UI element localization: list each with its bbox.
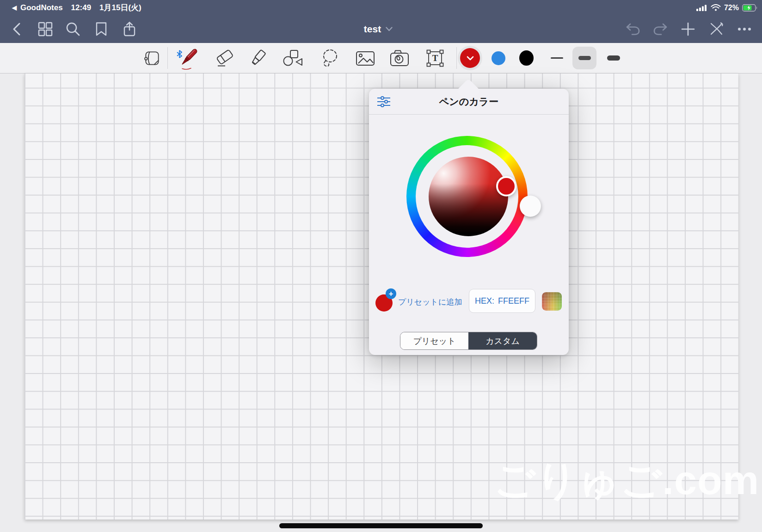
document-title-text: test bbox=[364, 24, 381, 35]
more-button[interactable] bbox=[734, 15, 755, 43]
stroke-medium-selected[interactable] bbox=[572, 43, 596, 73]
status-bar: ◀GoodNotes 12:49 1月15日(火) 72% bbox=[0, 0, 762, 15]
redo-button[interactable] bbox=[650, 15, 670, 43]
popover-title: ペンのカラー bbox=[439, 95, 498, 108]
undo-icon bbox=[626, 23, 640, 36]
battery-percent: 72% bbox=[724, 4, 739, 12]
lasso-icon bbox=[319, 48, 340, 68]
toolbar-divider bbox=[456, 47, 457, 69]
watermark: ごりゅご.com bbox=[494, 453, 759, 508]
color-black[interactable] bbox=[519, 43, 534, 73]
toolbar-divider bbox=[167, 47, 168, 69]
popover-header: ペンのカラー bbox=[369, 89, 569, 115]
add-page-button[interactable] bbox=[678, 15, 698, 43]
color-wheel[interactable] bbox=[406, 136, 528, 257]
tools-toolbar: T bbox=[0, 43, 762, 73]
signal-icon bbox=[696, 5, 707, 11]
color-blue[interactable] bbox=[492, 43, 505, 73]
saturation-knob[interactable] bbox=[496, 176, 516, 196]
app-name: GoodNotes bbox=[20, 3, 63, 12]
home-indicator[interactable] bbox=[279, 523, 483, 528]
palette-grid-button[interactable] bbox=[542, 292, 562, 311]
back-to-app[interactable]: ◀GoodNotes bbox=[12, 3, 63, 12]
wifi-icon bbox=[711, 4, 721, 11]
sliders-icon[interactable] bbox=[377, 95, 391, 109]
battery-icon bbox=[742, 4, 757, 12]
color-red-selected[interactable] bbox=[458, 43, 482, 73]
chevron-down-icon bbox=[467, 56, 474, 61]
fountain-pen-icon bbox=[181, 48, 198, 66]
image-icon bbox=[355, 48, 376, 68]
goodnotes-app: ◀GoodNotes 12:49 1月15日(火) 72% test bbox=[0, 0, 762, 532]
bluetooth-icon bbox=[177, 50, 182, 58]
page-mode-icon bbox=[143, 49, 161, 67]
hue-knob[interactable] bbox=[520, 196, 541, 217]
stroke-thick[interactable] bbox=[607, 43, 620, 73]
pen-color-popover: ペンのカラー + プリセットに追加 HEX: FFEEFF プリセット カスタム bbox=[369, 89, 569, 355]
highlighter-tool[interactable] bbox=[248, 43, 269, 73]
saturation-disc[interactable] bbox=[429, 157, 508, 236]
highlighter-icon bbox=[248, 48, 269, 68]
shapes-icon bbox=[282, 48, 303, 68]
redo-icon bbox=[653, 23, 668, 36]
undo-button[interactable] bbox=[623, 15, 643, 43]
add-preset-plus-badge[interactable]: + bbox=[386, 288, 396, 299]
camera-icon bbox=[389, 48, 410, 68]
pen-toggle-button[interactable] bbox=[707, 15, 727, 43]
plus-icon bbox=[681, 22, 695, 36]
ellipsis-icon bbox=[737, 27, 752, 31]
pen-tool-selected[interactable] bbox=[176, 43, 202, 73]
hex-input[interactable]: HEX: FFEEFF bbox=[469, 289, 535, 313]
hex-value: FFEEFF bbox=[498, 296, 529, 306]
eraser-icon bbox=[214, 48, 235, 68]
chevron-down-icon bbox=[386, 27, 393, 31]
preset-custom-tabs: プリセット カスタム bbox=[400, 332, 537, 350]
document-title[interactable]: test bbox=[0, 15, 759, 43]
tab-preset[interactable]: プリセット bbox=[400, 332, 468, 349]
nav-bar: test bbox=[0, 15, 762, 43]
eraser-tool[interactable] bbox=[214, 43, 235, 73]
shapes-tool[interactable] bbox=[282, 43, 303, 73]
status-date: 1月15日(火) bbox=[99, 2, 141, 13]
camera-tool[interactable] bbox=[389, 43, 410, 73]
page-mode-button[interactable] bbox=[141, 43, 163, 73]
tab-custom[interactable]: カスタム bbox=[468, 332, 537, 349]
image-tool[interactable] bbox=[355, 43, 376, 73]
text-tool[interactable]: T bbox=[424, 43, 446, 73]
lasso-tool[interactable] bbox=[319, 43, 340, 73]
crossed-pen-icon bbox=[710, 22, 724, 36]
status-time: 12:49 bbox=[71, 3, 91, 12]
back-triangle-icon: ◀ bbox=[12, 4, 17, 11]
hex-label: HEX: bbox=[475, 296, 494, 306]
stroke-thin[interactable] bbox=[550, 43, 563, 73]
add-to-presets-label[interactable]: プリセットに追加 bbox=[398, 297, 462, 307]
